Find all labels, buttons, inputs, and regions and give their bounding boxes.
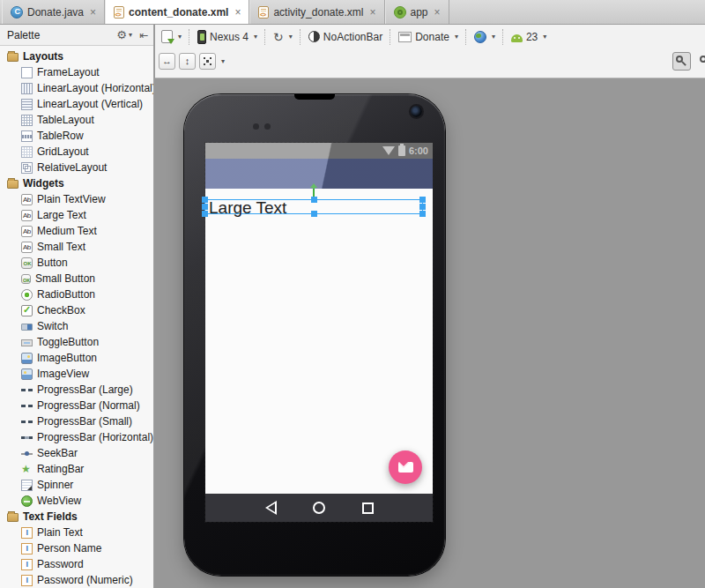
palette-row-gridlayout[interactable]: GridLayout bbox=[0, 144, 153, 160]
theme-selector[interactable]: NoActionBar bbox=[308, 31, 382, 43]
theme-icon bbox=[308, 31, 320, 42]
palette-item-label: Plain Text bbox=[37, 526, 83, 539]
device-icon bbox=[197, 30, 206, 44]
selection-handle[interactable] bbox=[419, 211, 426, 217]
palette-item-icon bbox=[21, 162, 33, 174]
zoom-button-fit-height-icon[interactable] bbox=[179, 53, 196, 70]
nav-button-home-icon[interactable] bbox=[313, 502, 325, 514]
tab-file-icon bbox=[394, 6, 406, 19]
palette-row-person-name[interactable]: Person Name bbox=[0, 540, 153, 556]
tab-close-icon[interactable]: × bbox=[369, 6, 375, 19]
palette-row-checkbox[interactable]: CheckBox bbox=[0, 302, 153, 318]
layout-content-area[interactable]: Large Text bbox=[205, 189, 433, 494]
palette-row-button[interactable]: Button bbox=[0, 255, 153, 271]
selection-handle[interactable] bbox=[419, 197, 426, 203]
palette-row-relativelayout[interactable]: RelativeLayout bbox=[0, 160, 153, 175]
palette-title: Palette bbox=[7, 29, 116, 41]
tab-file-icon bbox=[11, 6, 23, 19]
palette-row-togglebutton[interactable]: ToggleButton bbox=[0, 334, 153, 350]
palette-row-tablerow[interactable]: TableRow bbox=[0, 128, 153, 144]
app-bar[interactable] bbox=[205, 159, 433, 189]
theme-label: NoActionBar bbox=[323, 31, 382, 43]
palette-row-medium-text[interactable]: Medium Text bbox=[0, 223, 153, 239]
palette-row-progressbar-large[interactable]: ProgressBar (Large) bbox=[0, 382, 153, 398]
palette-row-imagebutton[interactable]: ImageButton bbox=[0, 350, 153, 366]
render-config-selector[interactable]: ▾ bbox=[161, 30, 182, 43]
palette-item-icon bbox=[21, 543, 33, 555]
palette-row-progressbar-normal[interactable]: ProgressBar (Normal) bbox=[0, 398, 153, 413]
palette-row-text-fields[interactable]: Text Fields bbox=[0, 509, 153, 525]
palette-row-switch[interactable]: Switch bbox=[0, 318, 153, 334]
palette-row-linearlayout-vertical[interactable]: LinearLayout (Vertical) bbox=[0, 96, 153, 112]
palette-item-icon bbox=[21, 416, 33, 428]
palette-row-linearlayout-horizontal[interactable]: LinearLayout (Horizontal) bbox=[0, 80, 153, 96]
palette-row-seekbar[interactable]: SeekBar bbox=[0, 445, 153, 461]
palette-row-large-text[interactable]: Large Text bbox=[0, 207, 153, 223]
editor-tab-content-donate-xml[interactable]: content_donate.xml × bbox=[105, 0, 249, 24]
zoom-out-magnifier-button[interactable] bbox=[672, 52, 691, 71]
palette-row-spinner[interactable]: Spinner bbox=[0, 477, 153, 493]
selection-handle[interactable] bbox=[311, 211, 317, 217]
locale-selector[interactable]: ▾ bbox=[474, 31, 495, 43]
zoom-button-icon bbox=[204, 57, 212, 65]
palette-row-small-button[interactable]: Small Button bbox=[0, 271, 153, 287]
palette-row-plain-textview[interactable]: Plain TextView bbox=[0, 191, 153, 207]
selection-handle[interactable] bbox=[202, 204, 208, 210]
selection-handle[interactable] bbox=[202, 197, 208, 203]
fit-button-group bbox=[159, 53, 219, 70]
palette-row-layouts[interactable]: Layouts bbox=[0, 48, 153, 64]
palette-row-webview[interactable]: WebView bbox=[0, 493, 153, 509]
palette-row-imageview[interactable]: ImageView bbox=[0, 366, 153, 382]
caret-down-icon[interactable]: ▾ bbox=[129, 31, 132, 39]
selection-handle[interactable] bbox=[202, 211, 208, 217]
selected-widget[interactable]: Large Text bbox=[204, 199, 423, 214]
activity-selector[interactable]: Donate ▾ bbox=[398, 31, 458, 43]
orientation-selector[interactable]: ↻ ▾ bbox=[273, 31, 293, 43]
palette-row-widgets[interactable]: Widgets bbox=[0, 175, 153, 191]
palette-item-icon bbox=[21, 448, 33, 459]
palette-item-icon bbox=[7, 513, 19, 522]
caret-down-icon: ▾ bbox=[178, 33, 182, 41]
tab-close-icon[interactable]: × bbox=[234, 6, 241, 19]
hide-panel-icon[interactable]: ⇤ bbox=[139, 29, 148, 41]
palette-row-ratingbar[interactable]: RatingBar bbox=[0, 461, 153, 477]
device-selector[interactable]: Nexus 4 ▾ bbox=[197, 30, 257, 44]
palette-row-radiobutton[interactable]: RadioButton bbox=[0, 287, 153, 302]
editor-tab-donate-java[interactable]: Donate.java × bbox=[2, 0, 105, 24]
palette-item-label: CheckBox bbox=[37, 304, 85, 316]
tab-close-icon[interactable]: × bbox=[434, 6, 441, 19]
tab-close-icon[interactable]: × bbox=[90, 6, 96, 19]
nav-button-back-icon[interactable] bbox=[265, 501, 277, 515]
palette-row-small-text[interactable]: Small Text bbox=[0, 239, 153, 255]
tab-label: content_donate.xml bbox=[129, 6, 228, 19]
palette-row-plain-text[interactable]: Plain Text bbox=[0, 525, 153, 540]
caret-down-icon[interactable]: ▾ bbox=[221, 57, 225, 65]
zoom-button-zoom-to-fit-icon[interactable] bbox=[199, 53, 216, 70]
editor-tab-activity-donate-xml[interactable]: activity_donate.xml × bbox=[249, 0, 384, 24]
zoom-button-fit-width-icon[interactable] bbox=[159, 53, 175, 70]
palette-item-label: ToggleButton bbox=[37, 336, 99, 348]
device-screen[interactable]: 6:00 Large Text bbox=[205, 143, 433, 522]
design-canvas[interactable]: 6:00 Large Text bbox=[155, 78, 705, 588]
palette-row-progressbar-horizontal[interactable]: ProgressBar (Horizontal) bbox=[0, 429, 153, 445]
gear-icon[interactable]: ⚙ bbox=[116, 28, 127, 41]
palette-item-icon bbox=[7, 180, 19, 189]
editor-tab-app[interactable]: app × bbox=[385, 0, 449, 24]
palette-item-label: GridLayout bbox=[37, 145, 89, 158]
sensor-dots bbox=[253, 123, 259, 130]
palette-item-icon bbox=[21, 226, 33, 237]
selection-handle[interactable] bbox=[311, 197, 317, 203]
palette-item-icon bbox=[21, 194, 33, 205]
palette-row-password[interactable]: Password bbox=[0, 556, 153, 572]
zoom-actual-magnifier-button[interactable] bbox=[696, 52, 705, 71]
floating-action-button[interactable] bbox=[389, 450, 422, 484]
nav-button-recents-icon[interactable] bbox=[362, 502, 374, 514]
palette-row-progressbar-small[interactable]: ProgressBar (Small) bbox=[0, 413, 153, 429]
palette-row-framelayout[interactable]: FrameLayout bbox=[0, 64, 153, 80]
api-version-selector[interactable]: 23 ▾ bbox=[511, 31, 546, 43]
palette-row-password-numeric[interactable]: Password (Numeric) bbox=[0, 572, 153, 588]
battery-icon bbox=[398, 145, 405, 156]
selection-handle[interactable] bbox=[419, 204, 426, 210]
email-icon bbox=[398, 462, 413, 473]
palette-row-tablelayout[interactable]: TableLayout bbox=[0, 112, 153, 128]
